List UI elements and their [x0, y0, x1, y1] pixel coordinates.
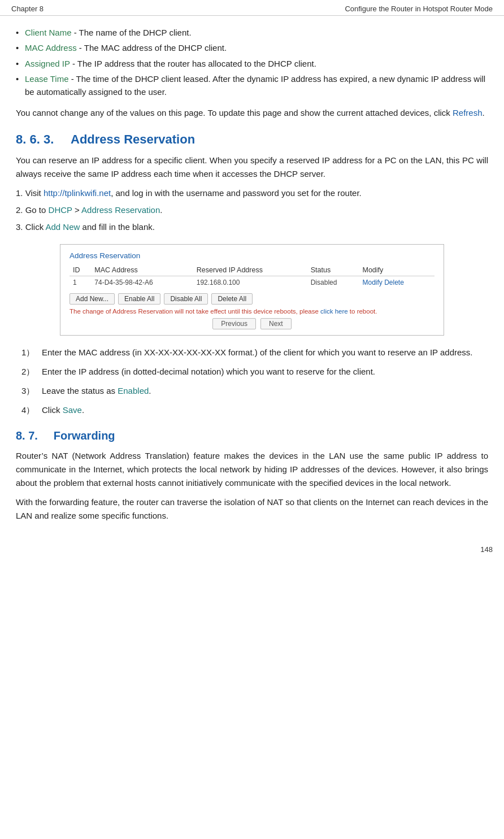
page-header: Chapter 8 Configure the Router in Hotspo…	[0, 0, 504, 16]
assigned-ip-text: - The IP address that the router has all…	[70, 59, 316, 68]
mac-address-text: - The MAC address of the DHCP client.	[77, 43, 227, 53]
dhcp-fields-list: Client Name - The name of the DHCP clien…	[16, 25, 488, 99]
step-2: 2. Go to DHCP > Address Reservation.	[16, 203, 488, 217]
step-1: 1. Visit http://tplinkwifi.net, and log …	[16, 186, 488, 200]
section-863-para1: You can reserve an IP address for a spec…	[16, 154, 488, 181]
address-reservation-link: Address Reservation	[81, 205, 160, 215]
notice-text: The change of Address Reservation will n…	[69, 308, 320, 315]
assigned-ip-label: Assigned IP	[25, 59, 70, 68]
col-status: Status	[307, 264, 359, 276]
refresh-para: You cannot change any of the values on t…	[16, 106, 488, 120]
step-num-1: 1）	[21, 346, 37, 359]
enabled-label: Enabled	[118, 386, 149, 395]
add-new-button[interactable]: Add New...	[69, 293, 115, 305]
refresh-link[interactable]: Refresh	[453, 108, 483, 118]
previous-button[interactable]: Previous	[212, 318, 256, 329]
page-content: Client Name - The name of the DHCP clien…	[0, 16, 504, 540]
save-label: Save	[63, 405, 82, 415]
step-text-3: Leave the status as Enabled.	[42, 384, 488, 398]
numbered-steps: 1） Enter the MAC address (in XX-XX-XX-XX…	[21, 346, 488, 417]
enable-all-button[interactable]: Enable All	[118, 293, 160, 305]
notice-line: The change of Address Reservation will n…	[69, 308, 435, 315]
mac-address-label: MAC Address	[25, 43, 77, 53]
section-863-heading: 8. 6. 3. Address Reservation	[16, 132, 488, 147]
pagination-row: Previous Next	[69, 318, 435, 329]
step-item-1: 1） Enter the MAC address (in XX-XX-XX-XX…	[21, 346, 488, 359]
list-item: MAC Address - The MAC address of the DHC…	[16, 40, 488, 55]
add-new-link: Add New	[46, 222, 80, 232]
lease-time-text: - The time of the DHCP client leased. Af…	[25, 74, 485, 97]
col-ip: Reserved IP Address	[193, 264, 307, 276]
table-title: Address Reservation	[69, 251, 435, 260]
col-mac: MAC Address	[91, 264, 193, 276]
delete-link-text[interactable]: Delete	[384, 279, 404, 286]
list-item: Lease Time - The time of the DHCP client…	[16, 71, 488, 100]
list-item: Assigned IP - The IP address that the ro…	[16, 56, 488, 71]
dhcp-link: DHCP	[49, 205, 72, 215]
refresh-para-text: You cannot change any of the values on t…	[16, 108, 453, 118]
col-modify: Modify	[359, 264, 435, 276]
page-section-label: Configure the Router in Hotspot Router M…	[345, 5, 493, 13]
table-row: 1 74-D4-35-98-42-A6 192.168.0.100 Disabl…	[69, 276, 435, 289]
next-button[interactable]: Next	[260, 318, 292, 329]
col-id: ID	[69, 264, 91, 276]
disable-all-button[interactable]: Disable All	[164, 293, 208, 305]
section-87-para2: With the forwarding feature, the router …	[16, 495, 488, 523]
delete-all-button[interactable]: Delete All	[211, 293, 253, 305]
step-3: 3. Click Add New and fill in the blank.	[16, 220, 488, 234]
step-num-3: 3）	[21, 384, 37, 398]
row-modify[interactable]: Modify Delete	[359, 276, 435, 289]
row-ip: 192.168.0.100	[193, 276, 307, 289]
chapter-label: Chapter 8	[11, 5, 44, 13]
client-name-label: Client Name	[25, 28, 72, 37]
reservation-table: ID MAC Address Reserved IP Address Statu…	[69, 264, 435, 289]
step-item-4: 4） Click Save.	[21, 403, 488, 417]
row-status: Disabled	[307, 276, 359, 289]
lease-time-label: Lease Time	[25, 74, 69, 84]
list-item: Client Name - The name of the DHCP clien…	[16, 25, 488, 40]
row-id: 1	[69, 276, 91, 289]
step-text-2: Enter the IP address (in dotted-decimal …	[42, 365, 488, 379]
table-buttons: Add New... Enable All Disable All Delete…	[69, 293, 435, 305]
section-87-heading: 8. 7. Forwarding	[16, 429, 488, 442]
step-item-2: 2） Enter the IP address (in dotted-decim…	[21, 365, 488, 379]
tplinkwifi-link[interactable]: http://tplinkwifi.net	[44, 188, 111, 198]
page-number: 148	[0, 540, 504, 557]
modify-link-text[interactable]: Modify	[362, 279, 382, 286]
notice-end: to reboot.	[348, 308, 377, 315]
section-87-para1: Router’s NAT (Network Address Translatio…	[16, 449, 488, 490]
row-mac: 74-D4-35-98-42-A6	[91, 276, 193, 289]
step-text-4: Click Save.	[42, 403, 488, 417]
click-here-link[interactable]: click here	[320, 308, 348, 315]
step-item-3: 3） Leave the status as Enabled.	[21, 384, 488, 398]
step-text-1: Enter the MAC address (in XX-XX-XX-XX-XX…	[42, 346, 488, 359]
address-reservation-table-box: Address Reservation ID MAC Address Reser…	[60, 244, 444, 336]
client-name-text: - The name of the DHCP client.	[72, 28, 192, 37]
step-num-4: 4）	[21, 403, 37, 417]
step-num-2: 2）	[21, 365, 37, 379]
